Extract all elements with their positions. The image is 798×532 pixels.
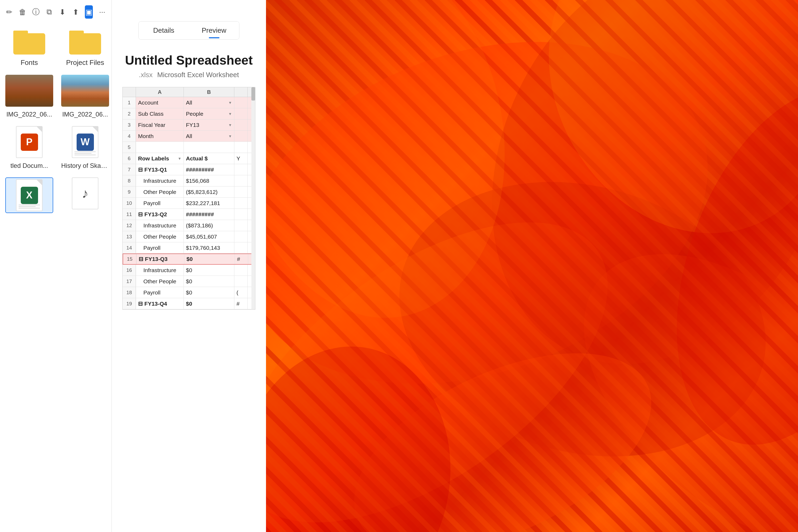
image-mountain-label: IMG_2022_06... (62, 111, 108, 118)
trash-icon[interactable]: 🗑 (19, 5, 26, 19)
file-explorer-panel: ✏ 🗑 ⓘ ⧉ ⬇ ⬆ ▣ ··· Fonts Project Files IM… (0, 0, 112, 532)
svg-point-2 (263, 163, 658, 532)
row-num: 11 (122, 209, 136, 220)
col-header-row: A B (122, 87, 255, 97)
edit-icon[interactable]: ✏ (5, 5, 13, 19)
view-icon[interactable]: ▣ (85, 5, 93, 19)
word-file[interactable]: W History of Skate... (61, 126, 109, 169)
table-row: 2 Sub Class People▼ (122, 108, 255, 119)
folder-fonts[interactable]: Fonts (5, 29, 53, 67)
cell-c10 (234, 198, 248, 209)
cell-b8: $156,068 (184, 175, 234, 186)
row-num: 5 (122, 142, 136, 153)
cell-a14: Payroll (136, 242, 184, 253)
svg-point-5 (531, 198, 798, 532)
cell-c9 (234, 187, 248, 197)
svg-point-4 (263, 0, 533, 339)
table-row: 14 Payroll $179,760,143 (122, 242, 255, 253)
svg-point-1 (368, 142, 797, 496)
cell-b1: All▼ (184, 97, 234, 108)
svg-point-8 (494, 0, 798, 285)
cell-c15: # (235, 254, 248, 264)
file-type: Microsoft Excel Worksheet (157, 71, 239, 79)
row-num: 6 (122, 153, 136, 164)
folder-project-files[interactable]: Project Files (61, 29, 109, 67)
ppt-icon: P (16, 126, 42, 158)
cell-a13: Other People (136, 231, 184, 242)
cell-c16 (234, 265, 248, 276)
cell-a4: Month (136, 131, 184, 141)
cell-a16: Infrastructure (136, 265, 184, 276)
ppt-badge: P (21, 134, 38, 151)
cell-b11: ######### (184, 209, 234, 220)
cell-c7 (234, 164, 248, 175)
row-num: 14 (122, 242, 136, 253)
cell-a12: Infrastructure (136, 220, 184, 231)
ppt-label: tled Docum... (11, 162, 48, 169)
cell-a10: Payroll (136, 198, 184, 209)
table-row: 6 Row Labels▼ Actual $ Y (122, 153, 255, 164)
row-num: 2 (122, 108, 136, 119)
cell-c2 (234, 108, 248, 119)
table-row: 5 (122, 142, 255, 153)
image-rocks[interactable]: IMG_2022_06... (5, 75, 53, 118)
cell-a19: ⊟ FY13-Q4 (136, 298, 184, 309)
table-row: 4 Month All▼ (122, 131, 255, 142)
row-num: 17 (122, 276, 136, 287)
cell-a8: Infrastructure (136, 175, 184, 186)
row-num: 9 (122, 187, 136, 197)
cell-c17 (234, 276, 248, 287)
folder-icon (13, 29, 45, 55)
svg-point-3 (428, 0, 798, 420)
ppt-file[interactable]: P tled Docum... (5, 126, 53, 169)
row-num: 13 (122, 231, 136, 242)
copy-icon[interactable]: ⧉ (45, 5, 53, 19)
folder-icon (69, 29, 101, 55)
table-row: 16 Infrastructure $0 (122, 265, 255, 276)
word-label: History of Skate... (61, 162, 109, 169)
table-row: 12 Infrastructure ($873,186) (122, 220, 255, 231)
music-file[interactable]: ♪ (61, 177, 109, 213)
col-b-header: B (184, 87, 234, 97)
file-ext: .xlsx (139, 71, 153, 79)
scrollbar-track[interactable] (251, 87, 255, 309)
word-icon: W (72, 126, 98, 158)
cell-a17: Other People (136, 276, 184, 287)
row-num: 15 (123, 254, 136, 264)
tab-preview[interactable]: Preview (189, 22, 239, 39)
share-icon[interactable]: ⬆ (72, 5, 79, 19)
table-row: 19 ⊟ FY13-Q4 $0 # (122, 298, 255, 309)
row-num: 10 (122, 198, 136, 209)
row-num: 7 (122, 164, 136, 175)
music-icon: ♪ (72, 177, 98, 209)
cell-c14 (234, 242, 248, 253)
info-icon[interactable]: ⓘ (32, 5, 40, 19)
col-c-header (234, 87, 248, 97)
cell-a3: Fiscal Year (136, 119, 184, 130)
tab-bar: Details Preview (138, 21, 240, 40)
cell-b6: Actual $ (184, 153, 234, 164)
cell-b2: People▼ (184, 108, 234, 119)
table-row: 13 Other People $45,051,607 (122, 231, 255, 242)
cell-b4: All▼ (184, 131, 234, 141)
row-num: 4 (122, 131, 136, 141)
tab-details[interactable]: Details (138, 22, 189, 39)
download-icon[interactable]: ⬇ (58, 5, 66, 19)
row-num: 19 (122, 298, 136, 309)
cell-b7: ######### (184, 164, 234, 175)
image-mountain[interactable]: IMG_2022_06... (61, 75, 109, 118)
scrollbar-thumb[interactable] (251, 87, 255, 100)
cell-a5 (136, 142, 184, 153)
row-num: 16 (122, 265, 136, 276)
cell-c8 (234, 175, 248, 186)
file-title: Untitled Spreadsheet (125, 53, 253, 68)
excel-file[interactable]: X (5, 177, 53, 213)
image-rocks-thumb (5, 75, 53, 107)
cell-b3: FY13▼ (184, 119, 234, 130)
cell-a2: Sub Class (136, 108, 184, 119)
row-num: 3 (122, 119, 136, 130)
more-icon[interactable]: ··· (98, 5, 106, 19)
preview-panel: Details Preview Untitled Spreadsheet .xl… (112, 0, 266, 532)
cell-a7: ⊟ FY13-Q1 (136, 164, 184, 175)
table-row: 3 Fiscal Year FY13▼ (122, 119, 255, 131)
